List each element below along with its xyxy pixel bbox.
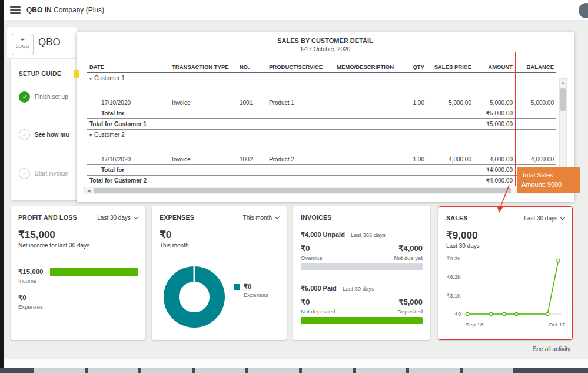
cell-date: 17/10/2020 <box>87 98 170 108</box>
legend-label: Expenses <box>244 292 268 298</box>
setup-item-see-how[interactable]: ✓ See how mu <box>19 129 77 140</box>
cell-balance: 5,000.00 <box>515 98 556 108</box>
check-circle-todo-icon: ✓ <box>19 168 30 179</box>
check-circle-done-icon: ✓ <box>19 91 30 103</box>
unpaid-summary[interactable]: ₹4,000 Unpaid Last 365 days <box>301 231 423 239</box>
unpaid-progress-bar[interactable] <box>301 263 423 270</box>
col-no[interactable]: NO. <box>237 61 267 73</box>
card-title: PROFIT AND LOSS <box>18 214 77 221</box>
invoice-row[interactable]: 17/10/2020 Invoice 1002 Product 2 1.00 4… <box>87 154 556 165</box>
taskbar-item[interactable] <box>409 368 460 373</box>
account-icon[interactable] <box>579 3 588 18</box>
taskbar-item[interactable] <box>34 368 85 373</box>
col-memo-description[interactable]: MEMO/DESCRIPTION <box>334 61 400 73</box>
unpaid-period: Last 365 days <box>351 232 386 238</box>
total-customer-label: Total for Customer 2 <box>87 176 474 186</box>
company-title: QBO IN Company (Plus) <box>26 6 104 14</box>
taskbar-item[interactable] <box>463 368 513 373</box>
cell-product: Product 2 <box>267 154 334 165</box>
cell-product: Product 1 <box>267 98 334 108</box>
profit-loss-card: PROFIT AND LOSS Last 30 days ₹15,000 Net… <box>11 206 145 340</box>
collapse-icon[interactable]: ▾ <box>89 133 92 138</box>
sales-total-label: Last 30 days <box>446 243 564 249</box>
taskbar-item[interactable] <box>195 368 245 373</box>
scroll-up-icon[interactable]: ▲ <box>560 79 566 87</box>
not-deposited-block[interactable]: ₹0 Not deposited <box>301 298 335 315</box>
total-for-row: Total for ₹5,000.00 <box>87 108 556 119</box>
col-sales-price[interactable]: SALES PRICE <box>427 61 474 73</box>
setup-guide-panel: SETUP GUIDE ✓ Finish set up ✓ See how mu… <box>11 59 77 200</box>
period-dropdown[interactable]: This month <box>243 214 279 221</box>
cell-memo <box>334 98 400 108</box>
paid-label: Paid <box>323 285 337 292</box>
not-due-block[interactable]: ₹4,000 Not due yet <box>394 244 423 261</box>
setup-item-start-invoicing[interactable]: ✓ Start invoicin <box>19 168 77 179</box>
company-title-rest: Company (Plus) <box>54 6 104 14</box>
horizontal-scrollbar-thumb[interactable] <box>94 188 511 193</box>
expenses-donut-chart[interactable] <box>164 266 225 328</box>
customer-group-row[interactable]: ▾Customer 2 <box>87 130 556 140</box>
scroll-left-icon[interactable]: ◀ <box>85 187 93 194</box>
legend-value: ₹0 <box>244 283 268 291</box>
paid-progress-bar[interactable] <box>301 317 423 324</box>
hamburger-menu-icon[interactable] <box>10 6 21 14</box>
col-product-service[interactable]: PRODUCT/SERVICE <box>267 61 334 73</box>
y-axis-labels: ₹9.3K₹6.2K₹3.1K₹0 <box>440 254 463 320</box>
deposited-value: ₹5,000 <box>397 298 423 306</box>
paid-summary[interactable]: ₹5,000 Paid Last 30 days <box>301 285 423 292</box>
deposited-block[interactable]: ₹5,000 Deposited <box>397 298 423 315</box>
setup-guide-title: SETUP GUIDE <box>19 71 61 77</box>
see-all-activity-link[interactable]: See all activity <box>533 346 570 352</box>
plus-icon: + <box>12 36 33 44</box>
tooltip-line1: Total Sales <box>521 170 575 180</box>
taskbar-item[interactable] <box>356 368 406 373</box>
taskbar-item[interactable] <box>88 368 138 373</box>
col-date[interactable]: DATE <box>87 61 170 73</box>
paid-value: ₹5,000 <box>301 285 321 292</box>
period-label: This month <box>243 214 272 221</box>
horizontal-scrollbar[interactable]: ◀ <box>84 187 559 194</box>
report-subtitle: 1-17 October, 2020 <box>77 46 574 52</box>
income-value: ₹15,000 <box>18 268 50 276</box>
setup-item-finish-setup[interactable]: ✓ Finish set up <box>19 91 77 103</box>
highlight-mark <box>74 70 79 78</box>
sales-line-chart <box>463 254 563 320</box>
report-panel: SALES BY CUSTOMER DETAIL 1-17 October, 2… <box>77 32 574 202</box>
not-due-label: Not due yet <box>394 255 423 261</box>
cell-no: 1002 <box>237 154 267 165</box>
collapse-icon[interactable]: ▾ <box>89 76 92 81</box>
company-name: QBO <box>38 37 61 48</box>
income-bar <box>50 268 138 276</box>
col-transaction-type[interactable]: TRANSACTION TYPE <box>170 61 237 73</box>
col-qty[interactable]: QTY <box>400 61 427 73</box>
period-dropdown[interactable]: Last 30 days <box>97 214 138 221</box>
expenses-row[interactable]: ₹0 Expenses <box>11 293 145 310</box>
customer-group-row[interactable]: ▾Customer 1 <box>87 73 556 84</box>
window-edge <box>0 0 4 373</box>
taskbar-item[interactable] <box>141 368 192 373</box>
y-tick-label: ₹0 <box>454 311 461 317</box>
cell-qty: 1.00 <box>400 154 427 165</box>
chevron-down-icon <box>560 214 565 219</box>
total-customer-label: Total for Customer 1 <box>87 119 474 130</box>
invoice-row[interactable]: 17/10/2020 Invoice 1001 Product 1 1.00 5… <box>87 98 556 108</box>
taskbar-item[interactable] <box>302 368 353 373</box>
cell-type: Invoice <box>170 154 237 165</box>
overdue-block[interactable]: ₹0 Overdue <box>301 244 322 261</box>
expenses-total-label: This month <box>160 242 279 249</box>
cell-balance: 4,000.00 <box>515 154 556 165</box>
add-logo-button[interactable]: + LOGO <box>12 34 34 55</box>
period-dropdown[interactable]: Last 30 days <box>524 215 564 222</box>
not-due-value: ₹4,000 <box>394 244 423 253</box>
total-for-amount: ₹5,000.00 <box>474 108 515 119</box>
y-tick-label: ₹9.3K <box>447 256 461 262</box>
table-header-row: DATE TRANSACTION TYPE NO. PRODUCT/SERVIC… <box>87 61 556 73</box>
col-amount[interactable]: AMOUNT <box>474 61 515 73</box>
income-row[interactable]: ₹15,000 Income <box>11 268 145 284</box>
taskbar-item[interactable] <box>248 368 299 373</box>
vertical-scrollbar-thumb[interactable] <box>560 88 566 111</box>
y-tick-label: ₹6.2K <box>447 274 461 280</box>
logo-label: LOGO <box>12 44 33 49</box>
col-balance[interactable]: BALANCE <box>515 61 556 73</box>
setup-item-label: See how mu <box>35 131 69 138</box>
